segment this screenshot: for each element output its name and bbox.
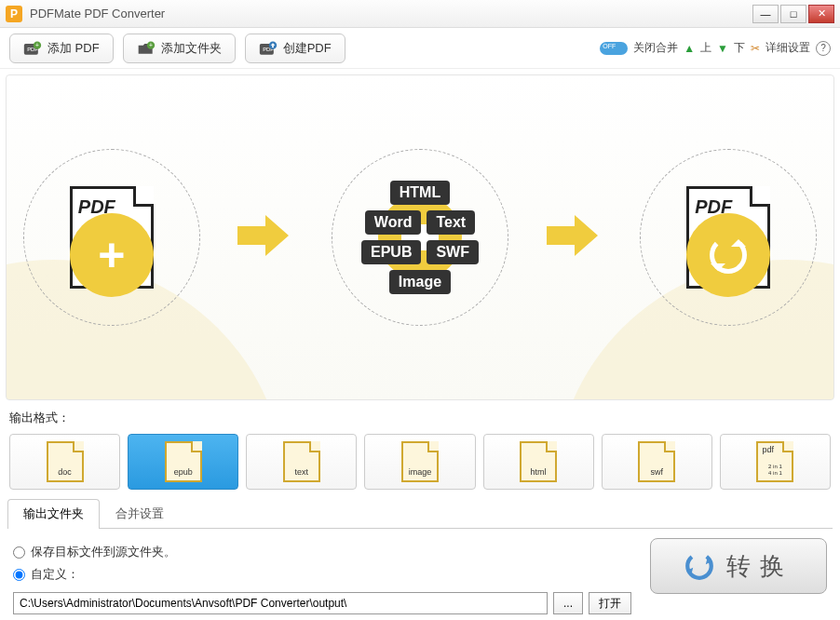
format-html: HTML (390, 181, 450, 205)
format-text: Text (427, 210, 475, 235)
tab-output-folder[interactable]: 输出文件夹 (7, 499, 100, 529)
add-orb-icon: + (70, 213, 154, 297)
move-down-icon[interactable]: ▼ (717, 42, 728, 55)
input-circle[interactable]: PDF ん + (23, 149, 200, 326)
format-bar: doc epub text image html swf pdf2 in 1 4… (0, 430, 840, 499)
format-swf-button[interactable]: swf (602, 434, 712, 490)
format-text-button[interactable]: text (246, 434, 357, 490)
save-to-source-label: 保存目标文件到源文件夹。 (31, 544, 176, 560)
merge-toggle[interactable] (600, 42, 628, 55)
create-pdf-button[interactable]: PDF 创建PDF (245, 34, 345, 63)
arrow-icon (542, 208, 607, 267)
create-pdf-label: 创建PDF (283, 40, 332, 57)
add-folder-label: 添加文件夹 (161, 40, 222, 57)
browse-button[interactable]: ... (553, 592, 583, 614)
format-swf: SWF (427, 240, 479, 264)
output-path-input[interactable] (13, 592, 548, 614)
save-to-source-radio[interactable] (13, 546, 25, 559)
create-pdf-icon: PDF (259, 40, 278, 57)
folder-orb-icon (378, 195, 462, 279)
merge-off-label: 关闭合并 (633, 40, 678, 56)
svg-text:+: + (35, 42, 39, 48)
format-pdf-button[interactable]: pdf2 in 1 4 in 1 (720, 434, 831, 490)
convert-button[interactable]: 转换 (650, 538, 827, 594)
convert-icon (684, 550, 715, 582)
output-format-label: 输出格式： (0, 406, 840, 430)
format-html-button[interactable]: html (483, 434, 594, 490)
svg-text:+: + (149, 42, 153, 48)
help-icon[interactable]: ? (816, 41, 831, 56)
close-button[interactable]: ✕ (808, 5, 834, 23)
up-label: 上 (700, 40, 711, 56)
custom-path-label: 自定义： (31, 566, 79, 583)
advanced-settings-label[interactable]: 详细设置 (765, 40, 810, 56)
format-image-button[interactable]: image (364, 434, 475, 490)
tab-merge-settings[interactable]: 合并设置 (100, 499, 180, 528)
convert-label: 转换 (726, 550, 793, 583)
format-epub-button[interactable]: epub (128, 434, 238, 490)
maximize-button[interactable]: □ (780, 5, 806, 23)
format-epub: EPUB (361, 240, 421, 264)
format-doc-button[interactable]: doc (9, 434, 120, 490)
output-circle[interactable]: PDF ん (640, 149, 817, 326)
main-toolbar: PDF+ 添加 PDF + 添加文件夹 PDF 创建PDF 关闭合并 ▲上 ▼下… (0, 28, 840, 69)
arrow-icon (233, 208, 298, 267)
convert-orb-icon (686, 213, 770, 297)
workflow-stage: PDF ん + HTML Word Text EPUB SWF Image PD… (6, 74, 834, 400)
add-pdf-label: 添加 PDF (47, 40, 100, 57)
add-pdf-button[interactable]: PDF+ 添加 PDF (9, 34, 114, 63)
add-folder-button[interactable]: + 添加文件夹 (123, 34, 236, 63)
open-folder-button[interactable]: 打开 (589, 592, 631, 614)
settings-icon[interactable]: ✂ (751, 42, 760, 55)
output-options: 保存目标文件到源文件夹。 自定义： ... 打开 (13, 538, 631, 614)
minimize-button[interactable]: — (752, 5, 779, 23)
format-image: Image (389, 270, 451, 294)
window-title: PDFMate PDF Converter (30, 7, 752, 20)
format-word: Word (365, 210, 422, 235)
titlebar: P PDFMate PDF Converter — □ ✕ (0, 0, 840, 28)
add-pdf-icon: PDF+ (23, 40, 42, 57)
move-up-icon[interactable]: ▲ (684, 42, 695, 55)
custom-path-radio[interactable] (13, 569, 25, 581)
down-label: 下 (734, 40, 745, 56)
app-logo-icon: P (6, 6, 22, 22)
bottom-tabs: 输出文件夹 合并设置 (7, 499, 833, 529)
format-circle[interactable]: HTML Word Text EPUB SWF Image (332, 149, 508, 326)
svg-point-9 (687, 554, 711, 578)
add-folder-icon: + (137, 40, 156, 57)
